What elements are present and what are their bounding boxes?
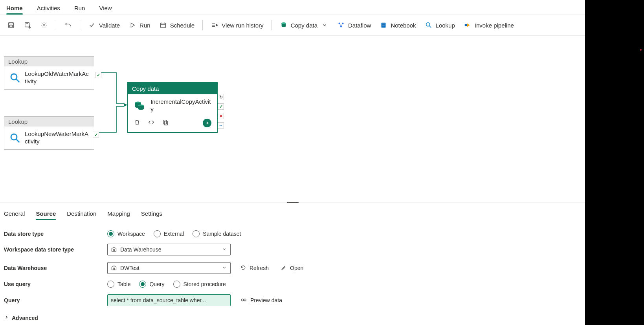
use-query-radios: Table Query Stored procedure: [107, 281, 226, 288]
ribbon-tabs: Home Activities Run View: [0, 0, 585, 15]
database-icon: [280, 21, 288, 29]
history-icon: [211, 21, 218, 29]
activity-type-label: Copy data: [128, 83, 217, 94]
svg-rect-25: [113, 268, 114, 270]
data-store-type-radios: Workspace External Sample dataset: [107, 230, 241, 237]
notebook-button[interactable]: Notebook: [377, 19, 418, 31]
query-label: Query: [4, 297, 100, 303]
schedule-button[interactable]: Schedule: [157, 19, 197, 31]
query-input[interactable]: select * from data_source_table wher...: [107, 294, 231, 306]
check-icon: [88, 21, 96, 29]
refresh-button[interactable]: Refresh: [238, 262, 271, 274]
tab-activities[interactable]: Activities: [37, 3, 60, 15]
tab-settings[interactable]: Settings: [141, 209, 162, 220]
open-button[interactable]: Open: [278, 262, 306, 274]
activity-card-lookup-old[interactable]: Lookup LookupOldWaterMarkActivity: [4, 56, 94, 90]
svg-point-11: [340, 26, 342, 28]
data-store-type-label: Data store type: [4, 231, 100, 237]
activity-type-label: Lookup: [4, 57, 94, 66]
dataflow-icon: [337, 21, 345, 29]
lookup-button[interactable]: Lookup: [422, 19, 457, 31]
pipeline-canvas[interactable]: Lookup LookupOldWaterMarkActivity ✓ Look…: [0, 36, 585, 202]
settings-button[interactable]: [38, 19, 50, 31]
port-success[interactable]: ✓: [93, 132, 99, 138]
chevron-right-icon: [4, 314, 9, 321]
tab-destination[interactable]: Destination: [67, 209, 96, 220]
svg-rect-15: [382, 26, 384, 26]
gear-icon: [40, 21, 48, 29]
dataflow-button[interactable]: Dataflow: [335, 19, 373, 31]
tab-view[interactable]: View: [99, 3, 112, 15]
svg-rect-5: [160, 23, 165, 28]
undo-button[interactable]: [62, 19, 74, 31]
invoke-pipeline-button[interactable]: Invoke pipeline: [461, 19, 516, 31]
svg-point-3: [43, 24, 45, 26]
svg-point-8: [281, 22, 286, 24]
undo-icon: [64, 21, 72, 29]
preview-data-button[interactable]: Preview data: [238, 294, 284, 307]
tab-source[interactable]: Source: [36, 209, 56, 220]
tab-general[interactable]: General: [4, 209, 25, 220]
tab-home[interactable]: Home: [6, 3, 23, 15]
right-black-strip: [585, 0, 644, 325]
radio-sample[interactable]: Sample dataset: [193, 230, 241, 237]
lookup-icon: [9, 131, 21, 145]
copy-data-button[interactable]: Copy data: [277, 19, 331, 31]
svg-rect-22: [163, 120, 167, 124]
properties-tabs: General Source Destination Mapping Setti…: [4, 209, 581, 224]
advanced-toggle[interactable]: Advanced: [4, 307, 581, 321]
workspace-data-store-type-select[interactable]: Data Warehouse: [107, 244, 231, 255]
chevron-down-icon: [222, 265, 227, 272]
copy-data-icon: [133, 99, 146, 112]
delete-icon[interactable]: [134, 119, 141, 127]
clone-icon[interactable]: [162, 119, 169, 127]
port-skip[interactable]: ↻: [218, 94, 224, 100]
activity-card-lookup-new[interactable]: Lookup LookupNewWaterMarkActivity: [4, 116, 94, 150]
svg-marker-4: [131, 23, 134, 28]
code-icon[interactable]: [148, 119, 155, 127]
edit-icon: [281, 264, 287, 272]
lookup-icon: [9, 71, 21, 84]
activity-card-copy[interactable]: Copy data IncrementalCopyActivity: [127, 82, 218, 133]
warehouse-icon: [111, 264, 117, 272]
svg-point-26: [242, 299, 244, 301]
svg-rect-23: [164, 121, 167, 125]
activity-type-label: Lookup: [4, 117, 94, 127]
svg-marker-6: [216, 24, 218, 26]
activity-name: IncrementalCopyActivity: [150, 98, 212, 113]
activity-name: LookupOldWaterMarkActivity: [25, 70, 89, 85]
view-run-history-button[interactable]: View run history: [208, 19, 266, 31]
pipeline-icon: [464, 21, 472, 29]
preview-icon: [240, 296, 247, 305]
radio-sp[interactable]: Stored procedure: [173, 281, 226, 288]
svg-point-19: [11, 134, 17, 140]
proceed-icon[interactable]: [203, 119, 211, 127]
svg-rect-13: [382, 24, 385, 24]
notebook-icon: [380, 21, 387, 29]
port-failure[interactable]: ✕: [218, 113, 224, 119]
run-button[interactable]: Run: [126, 19, 153, 31]
activity-name: LookupNewWaterMarkActivity: [25, 130, 89, 145]
save-button[interactable]: [5, 19, 17, 31]
refresh-icon: [240, 264, 246, 272]
svg-point-16: [426, 23, 429, 26]
save-as-button[interactable]: [21, 19, 34, 31]
validate-button[interactable]: Validate: [86, 19, 122, 31]
chevron-down-icon: [321, 21, 328, 29]
port-success[interactable]: ✓: [218, 103, 224, 110]
port-completion[interactable]: →: [218, 122, 224, 129]
radio-workspace[interactable]: Workspace: [107, 230, 145, 237]
data-warehouse-select[interactable]: DWTest: [107, 262, 231, 274]
save-as-icon: [24, 21, 31, 29]
save-icon: [7, 21, 15, 29]
use-query-label: Use query: [4, 281, 100, 287]
tab-mapping[interactable]: Mapping: [107, 209, 130, 220]
radio-external[interactable]: External: [154, 230, 184, 237]
play-icon: [128, 21, 136, 29]
port-success[interactable]: ✓: [95, 72, 101, 78]
svg-point-18: [11, 74, 17, 80]
tab-run[interactable]: Run: [74, 3, 85, 15]
radio-table[interactable]: Table: [107, 281, 130, 288]
radio-query[interactable]: Query: [139, 281, 164, 288]
search-icon: [425, 21, 433, 29]
